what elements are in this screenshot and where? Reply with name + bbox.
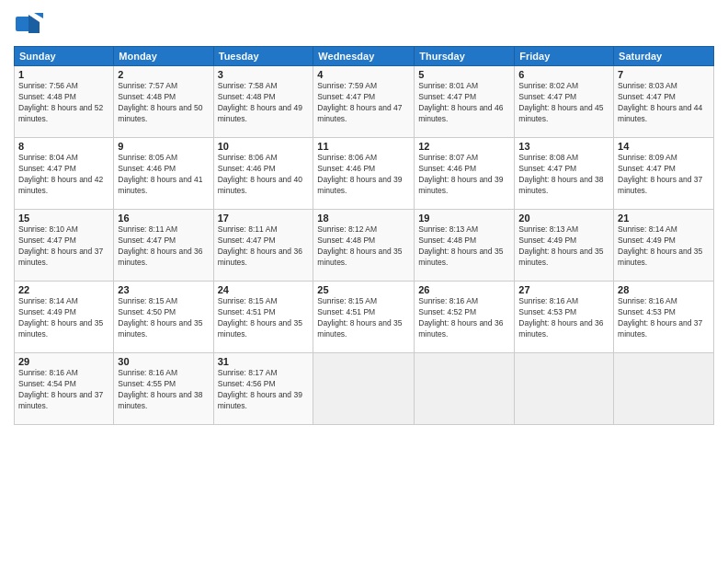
calendar-cell: 11 Sunrise: 8:06 AMSunset: 4:46 PMDaylig… xyxy=(313,138,415,210)
calendar-body: 1 Sunrise: 7:56 AMSunset: 4:48 PMDayligh… xyxy=(15,66,714,425)
calendar-cell: 29 Sunrise: 8:16 AMSunset: 4:54 PMDaylig… xyxy=(15,353,114,425)
day-number: 29 xyxy=(18,356,109,367)
day-number: 21 xyxy=(618,213,710,224)
day-number: 30 xyxy=(118,356,209,367)
calendar-table: SundayMondayTuesdayWednesdayThursdayFrid… xyxy=(14,46,714,425)
day-info: Sunrise: 8:11 AMSunset: 4:47 PMDaylight:… xyxy=(118,224,209,269)
calendar-cell: 6 Sunrise: 8:02 AMSunset: 4:47 PMDayligh… xyxy=(515,66,614,138)
day-info: Sunrise: 8:05 AMSunset: 4:46 PMDaylight:… xyxy=(118,153,209,197)
day-number: 14 xyxy=(618,141,710,152)
day-number: 26 xyxy=(418,284,510,295)
day-info: Sunrise: 8:04 AMSunset: 4:47 PMDaylight:… xyxy=(18,153,109,197)
day-info: Sunrise: 8:15 AMSunset: 4:51 PMDaylight:… xyxy=(317,296,410,340)
calendar-cell: 21 Sunrise: 8:14 AMSunset: 4:49 PMDaylig… xyxy=(614,210,714,282)
weekday-header: Wednesday xyxy=(313,47,415,66)
day-info: Sunrise: 8:16 AMSunset: 4:52 PMDaylight:… xyxy=(418,296,510,340)
weekday-header: Thursday xyxy=(415,47,515,66)
weekday-header: Monday xyxy=(114,47,213,66)
day-number: 13 xyxy=(518,141,609,152)
day-number: 23 xyxy=(118,284,209,295)
day-number: 1 xyxy=(18,69,109,80)
calendar-cell: 12 Sunrise: 8:07 AMSunset: 4:46 PMDaylig… xyxy=(415,138,515,210)
calendar-cell: 14 Sunrise: 8:09 AMSunset: 4:47 PMDaylig… xyxy=(614,138,714,210)
calendar-cell: 1 Sunrise: 7:56 AMSunset: 4:48 PMDayligh… xyxy=(15,66,114,138)
day-number: 4 xyxy=(317,69,410,80)
day-info: Sunrise: 8:10 AMSunset: 4:47 PMDaylight:… xyxy=(18,224,109,269)
day-number: 27 xyxy=(518,284,609,295)
calendar-cell: 31 Sunrise: 8:17 AMSunset: 4:56 PMDaylig… xyxy=(213,353,313,425)
day-info: Sunrise: 7:58 AMSunset: 4:48 PMDaylight:… xyxy=(218,81,310,125)
day-info: Sunrise: 8:08 AMSunset: 4:47 PMDaylight:… xyxy=(518,153,609,197)
page: SundayMondayTuesdayWednesdayThursdayFrid… xyxy=(0,0,728,563)
day-number: 11 xyxy=(317,141,410,152)
day-number: 2 xyxy=(118,69,209,80)
day-number: 22 xyxy=(18,284,109,295)
weekday-header: Tuesday xyxy=(213,47,313,66)
calendar-cell xyxy=(415,353,515,425)
calendar-cell: 8 Sunrise: 8:04 AMSunset: 4:47 PMDayligh… xyxy=(15,138,114,210)
day-info: Sunrise: 8:16 AMSunset: 4:55 PMDaylight:… xyxy=(118,368,209,412)
weekday-header: Saturday xyxy=(614,47,714,66)
day-info: Sunrise: 8:12 AMSunset: 4:48 PMDaylight:… xyxy=(317,224,410,269)
day-info: Sunrise: 7:59 AMSunset: 4:47 PMDaylight:… xyxy=(317,81,410,125)
calendar-cell: 13 Sunrise: 8:08 AMSunset: 4:47 PMDaylig… xyxy=(515,138,614,210)
calendar-cell xyxy=(614,353,714,425)
logo xyxy=(14,9,46,39)
logo-icon xyxy=(14,9,43,39)
day-number: 9 xyxy=(118,141,209,152)
day-number: 3 xyxy=(218,69,310,80)
day-number: 16 xyxy=(118,213,209,224)
day-info: Sunrise: 8:13 AMSunset: 4:49 PMDaylight:… xyxy=(518,224,609,269)
calendar-cell xyxy=(313,353,415,425)
day-info: Sunrise: 8:06 AMSunset: 4:46 PMDaylight:… xyxy=(218,153,310,197)
weekday-header: Sunday xyxy=(15,47,114,66)
calendar-cell: 18 Sunrise: 8:12 AMSunset: 4:48 PMDaylig… xyxy=(313,210,415,282)
day-number: 17 xyxy=(218,213,310,224)
calendar-cell xyxy=(515,353,614,425)
calendar-cell: 3 Sunrise: 7:58 AMSunset: 4:48 PMDayligh… xyxy=(213,66,313,138)
day-info: Sunrise: 8:17 AMSunset: 4:56 PMDaylight:… xyxy=(218,368,310,412)
calendar-cell: 24 Sunrise: 8:15 AMSunset: 4:51 PMDaylig… xyxy=(213,282,313,353)
day-number: 18 xyxy=(317,213,410,224)
calendar-cell: 10 Sunrise: 8:06 AMSunset: 4:46 PMDaylig… xyxy=(213,138,313,210)
calendar-cell: 4 Sunrise: 7:59 AMSunset: 4:47 PMDayligh… xyxy=(313,66,415,138)
day-info: Sunrise: 8:11 AMSunset: 4:47 PMDaylight:… xyxy=(218,224,310,269)
day-info: Sunrise: 8:01 AMSunset: 4:47 PMDaylight:… xyxy=(418,81,510,125)
day-info: Sunrise: 8:14 AMSunset: 4:49 PMDaylight:… xyxy=(618,224,710,269)
day-info: Sunrise: 8:09 AMSunset: 4:47 PMDaylight:… xyxy=(618,153,710,197)
day-info: Sunrise: 7:57 AMSunset: 4:48 PMDaylight:… xyxy=(118,81,209,125)
day-number: 19 xyxy=(418,213,510,224)
day-info: Sunrise: 8:16 AMSunset: 4:53 PMDaylight:… xyxy=(618,296,710,340)
day-info: Sunrise: 8:15 AMSunset: 4:51 PMDaylight:… xyxy=(218,296,310,340)
day-number: 31 xyxy=(218,356,310,367)
calendar-cell: 19 Sunrise: 8:13 AMSunset: 4:48 PMDaylig… xyxy=(415,210,515,282)
day-info: Sunrise: 8:16 AMSunset: 4:54 PMDaylight:… xyxy=(18,368,109,412)
day-info: Sunrise: 8:15 AMSunset: 4:50 PMDaylight:… xyxy=(118,296,209,340)
day-info: Sunrise: 8:13 AMSunset: 4:48 PMDaylight:… xyxy=(418,224,510,269)
calendar-cell: 2 Sunrise: 7:57 AMSunset: 4:48 PMDayligh… xyxy=(114,66,213,138)
day-number: 12 xyxy=(418,141,510,152)
calendar-cell: 26 Sunrise: 8:16 AMSunset: 4:52 PMDaylig… xyxy=(415,282,515,353)
day-info: Sunrise: 8:14 AMSunset: 4:49 PMDaylight:… xyxy=(18,296,109,340)
day-number: 24 xyxy=(218,284,310,295)
calendar-cell: 5 Sunrise: 8:01 AMSunset: 4:47 PMDayligh… xyxy=(415,66,515,138)
day-number: 5 xyxy=(418,69,510,80)
calendar-cell: 15 Sunrise: 8:10 AMSunset: 4:47 PMDaylig… xyxy=(15,210,114,282)
calendar-cell: 27 Sunrise: 8:16 AMSunset: 4:53 PMDaylig… xyxy=(515,282,614,353)
day-number: 6 xyxy=(518,69,609,80)
calendar-cell: 30 Sunrise: 8:16 AMSunset: 4:55 PMDaylig… xyxy=(114,353,213,425)
day-info: Sunrise: 8:07 AMSunset: 4:46 PMDaylight:… xyxy=(418,153,510,197)
day-info: Sunrise: 8:16 AMSunset: 4:53 PMDaylight:… xyxy=(518,296,609,340)
svg-marker-1 xyxy=(28,15,40,33)
calendar-cell: 28 Sunrise: 8:16 AMSunset: 4:53 PMDaylig… xyxy=(614,282,714,353)
day-number: 25 xyxy=(317,284,410,295)
calendar-cell: 22 Sunrise: 8:14 AMSunset: 4:49 PMDaylig… xyxy=(15,282,114,353)
day-number: 8 xyxy=(18,141,109,152)
day-number: 20 xyxy=(518,213,609,224)
svg-marker-2 xyxy=(34,13,43,18)
weekday-header: Friday xyxy=(515,47,614,66)
day-info: Sunrise: 8:03 AMSunset: 4:47 PMDaylight:… xyxy=(618,81,710,125)
day-number: 28 xyxy=(618,284,710,295)
calendar-cell: 23 Sunrise: 8:15 AMSunset: 4:50 PMDaylig… xyxy=(114,282,213,353)
header xyxy=(14,9,714,39)
